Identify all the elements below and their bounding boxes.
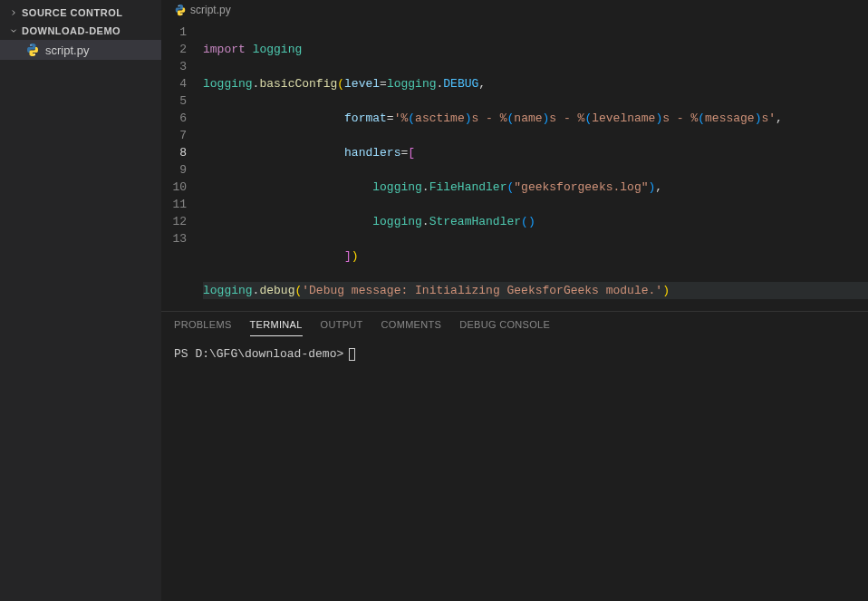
sidebar-file-script[interactable]: script.py — [0, 40, 161, 60]
line-number: 6 — [161, 110, 187, 127]
main-area: script.py 1 2 3 4 5 6 7 8 9 10 11 12 13 … — [161, 0, 868, 601]
line-number: 9 — [161, 161, 187, 179]
code-line[interactable]: ]) — [203, 247, 868, 265]
line-number: 4 — [161, 75, 187, 92]
chevron-down-icon — [7, 26, 20, 35]
sidebar: SOURCE CONTROL DOWNLOAD-DEMO script.py — [0, 0, 161, 601]
terminal-cursor-icon — [349, 348, 355, 361]
line-number: 11 — [161, 196, 187, 213]
sidebar-section-source-control[interactable]: SOURCE CONTROL — [0, 4, 161, 22]
line-number: 2 — [161, 41, 187, 58]
code-content[interactable]: import logging logging.basicConfig(level… — [203, 20, 868, 311]
terminal-prompt: PS D:\GFG\download-demo> — [174, 347, 343, 361]
tab-problems[interactable]: PROBLEMS — [174, 319, 232, 336]
line-number: 13 — [161, 230, 187, 247]
tab-output[interactable]: OUTPUT — [321, 319, 363, 336]
sidebar-section-label: DOWNLOAD-DEMO — [22, 25, 121, 36]
sidebar-section-label: SOURCE CONTROL — [22, 7, 123, 18]
svg-point-3 — [181, 14, 182, 15]
code-line[interactable]: handlers=[ — [203, 144, 868, 161]
line-number: 12 — [161, 213, 187, 230]
code-line[interactable]: import logging — [203, 41, 868, 58]
python-file-icon — [25, 43, 40, 57]
breadcrumb[interactable]: script.py — [161, 0, 868, 20]
bottom-panel: PROBLEMS TERMINAL OUTPUT COMMENTS DEBUG … — [161, 311, 868, 601]
line-number: 7 — [161, 127, 187, 144]
panel-tabs: PROBLEMS TERMINAL OUTPUT COMMENTS DEBUG … — [161, 312, 868, 336]
code-editor[interactable]: 1 2 3 4 5 6 7 8 9 10 11 12 13 import log… — [161, 20, 868, 311]
code-line[interactable]: logging.basicConfig(level=logging.DEBUG, — [203, 75, 868, 92]
svg-point-2 — [178, 5, 179, 6]
sidebar-file-label: script.py — [45, 44, 89, 57]
line-number: 1 — [161, 24, 187, 41]
terminal[interactable]: PS D:\GFG\download-demo> — [161, 336, 868, 372]
tab-terminal[interactable]: TERMINAL — [250, 319, 303, 336]
code-line[interactable]: logging.debug('Debug message: Initializi… — [203, 282, 868, 299]
python-file-icon — [174, 4, 187, 16]
line-number: 3 — [161, 58, 187, 75]
tab-comments[interactable]: COMMENTS — [381, 319, 442, 336]
code-line[interactable]: format='%(asctime)s - %(name)s - %(level… — [203, 110, 868, 127]
tab-debug-console[interactable]: DEBUG CONSOLE — [459, 319, 550, 336]
line-number: 10 — [161, 179, 187, 196]
breadcrumb-file: script.py — [190, 4, 231, 16]
sidebar-section-download-demo[interactable]: DOWNLOAD-DEMO — [0, 22, 161, 40]
line-gutter: 1 2 3 4 5 6 7 8 9 10 11 12 13 — [161, 20, 203, 311]
line-number: 5 — [161, 92, 187, 110]
svg-point-1 — [34, 54, 34, 55]
svg-point-0 — [30, 44, 31, 45]
chevron-right-icon — [7, 8, 20, 17]
code-line[interactable]: logging.FileHandler("geeksforgeeks.log")… — [203, 179, 868, 196]
code-line[interactable]: logging.StreamHandler() — [203, 213, 868, 230]
line-number: 8 — [161, 144, 187, 161]
